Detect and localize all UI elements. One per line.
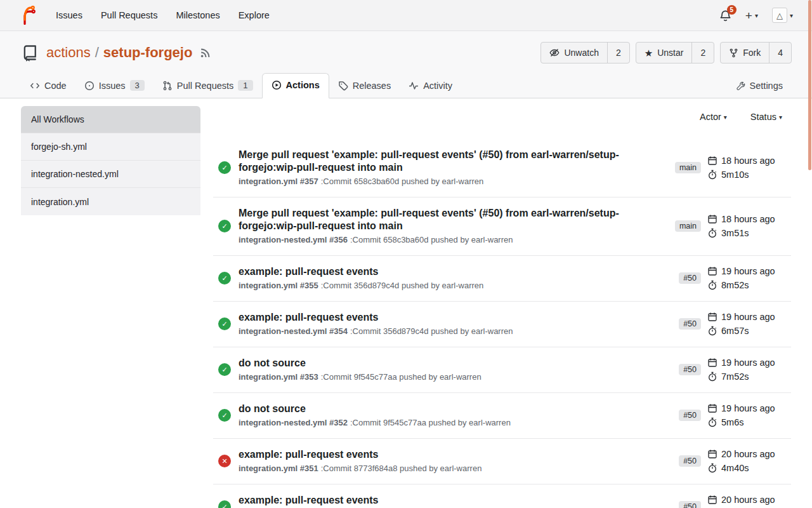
status-failure-icon	[218, 455, 231, 467]
calendar-icon	[707, 449, 717, 459]
run-row: example: pull-request events integration…	[213, 256, 791, 302]
fork-count[interactable]: 4	[769, 43, 791, 63]
tab-issues[interactable]: Issues 3	[75, 74, 154, 98]
pulse-icon	[409, 81, 419, 91]
repo-tabs: Code Issues 3 Pull Requests 1	[0, 72, 812, 98]
run-title-link[interactable]: do not source	[239, 357, 633, 370]
commit-info[interactable]: :Commit 356d879c4d pushed by earl-warren	[350, 326, 513, 336]
actor-filter-dropdown[interactable]: Actor ▾	[700, 112, 727, 122]
run-time: 19 hours ago	[721, 358, 775, 368]
workflows-sidebar: All Workflows forgejo-sh.yml integration…	[21, 106, 200, 508]
commit-info[interactable]: :Commit 658c3ba60d pushed by earl-warren	[321, 177, 484, 186]
pr-badge[interactable]: #50	[679, 318, 701, 330]
forgejo-logo[interactable]	[18, 6, 37, 25]
tab-code[interactable]: Code	[21, 74, 75, 98]
run-row: do not source integration-nested.yml #35…	[213, 393, 791, 439]
calendar-icon	[707, 312, 717, 322]
commit-info[interactable]: :Commit 9f545c77aa pushed by earl-warren	[350, 418, 511, 427]
run-time: 18 hours ago	[721, 214, 775, 224]
run-duration: 4m40s	[721, 463, 749, 473]
sidebar-item-forgejo-sh[interactable]: forgejo-sh.yml	[21, 133, 200, 161]
run-subtitle: integration.yml #355:Commit 356d879c4d p…	[239, 280, 679, 291]
nav-milestones[interactable]: Milestones	[176, 10, 219, 20]
repo-name-link[interactable]: setup-forgejo	[103, 44, 193, 61]
run-title-link[interactable]: Merge pull request 'example: pull-reques…	[239, 149, 633, 174]
pr-badge[interactable]: #50	[679, 455, 701, 467]
chevron-down-icon: ▾	[790, 12, 793, 19]
play-circle-icon	[272, 80, 282, 90]
tab-pull-requests[interactable]: Pull Requests 1	[154, 74, 262, 98]
branch-badge[interactable]: main	[675, 220, 701, 232]
status-success-icon	[218, 272, 231, 284]
rss-icon[interactable]	[200, 48, 211, 58]
stopwatch-icon	[707, 228, 717, 238]
run-title-link[interactable]: example: pull-request events	[239, 494, 633, 507]
tab-releases[interactable]: Releases	[329, 74, 400, 98]
run-duration: 6m57s	[721, 326, 749, 336]
run-row: example: pull-request events integration…	[213, 439, 791, 485]
wrench-icon	[736, 81, 745, 91]
status-success-icon	[218, 318, 231, 330]
run-subtitle: integration-nested.yml #356:Commit 658c3…	[239, 234, 675, 245]
create-new-button[interactable]: + ▾	[745, 10, 758, 22]
run-title-link[interactable]: Merge pull request 'example: pull-reques…	[239, 207, 633, 232]
pr-badge[interactable]: #50	[679, 410, 701, 421]
star-icon: ★	[645, 48, 653, 58]
fork-label: Fork	[743, 48, 761, 58]
run-title-link[interactable]: example: pull-request events	[239, 311, 633, 324]
plus-icon: +	[745, 10, 752, 22]
calendar-icon	[707, 495, 717, 505]
workflow-ref: integration-nested.yml #354	[239, 326, 348, 336]
avatar: △	[772, 8, 787, 23]
scrollbar-thumb[interactable]	[808, 0, 811, 170]
branch-badge[interactable]: main	[675, 162, 701, 173]
tab-activity[interactable]: Activity	[400, 74, 461, 98]
tab-code-label: Code	[44, 81, 67, 91]
run-row: example: pull-request events integration…	[213, 302, 791, 347]
unstar-button[interactable]: ★ Unstar 2	[636, 42, 714, 64]
eye-off-icon	[549, 48, 560, 58]
nav-issues[interactable]: Issues	[56, 10, 82, 20]
commit-info[interactable]: :Commit 8773f684a8 pushed by earl-warren	[321, 464, 482, 473]
sidebar-item-integration-nested[interactable]: integration-nested.yml	[21, 161, 200, 188]
scrollbar[interactable]	[807, 0, 812, 508]
unwatch-button[interactable]: Unwatch 2	[540, 42, 629, 64]
fork-icon	[729, 48, 738, 58]
pr-badge[interactable]: #50	[679, 501, 701, 508]
workflow-ref: integration.yml #357	[239, 177, 318, 186]
calendar-icon	[707, 156, 717, 166]
stopwatch-icon	[707, 417, 717, 427]
fork-button[interactable]: Fork 4	[720, 42, 792, 64]
user-menu-button[interactable]: △ ▾	[772, 8, 793, 23]
tab-settings[interactable]: Settings	[727, 74, 792, 98]
pr-badge[interactable]: #50	[679, 272, 701, 284]
commit-info[interactable]: :Commit 658c3ba60d pushed by earl-warren	[350, 235, 513, 244]
star-count[interactable]: 2	[691, 43, 714, 63]
sidebar-item-integration[interactable]: integration.yml	[21, 188, 200, 215]
calendar-icon	[707, 403, 717, 413]
nav-pull-requests[interactable]: Pull Requests	[101, 10, 157, 20]
run-subtitle: integration.yml #353:Commit 9f545c77aa p…	[239, 371, 679, 382]
commit-info[interactable]: :Commit 9f545c77aa pushed by earl-warren	[321, 372, 481, 382]
notifications-button[interactable]: 5	[719, 10, 731, 22]
run-title-link[interactable]: do not source	[239, 403, 633, 415]
nav-explore[interactable]: Explore	[239, 10, 270, 20]
run-title-link[interactable]: example: pull-request events	[239, 448, 633, 461]
run-subtitle: integration.yml #351:Commit 8773f684a8 p…	[239, 463, 679, 474]
run-time: 19 hours ago	[721, 312, 775, 322]
watch-count[interactable]: 2	[607, 43, 629, 63]
unwatch-label: Unwatch	[564, 48, 598, 58]
workflow-ref: integration.yml #353	[239, 372, 318, 382]
chevron-down-icon: ▾	[724, 114, 727, 121]
repo-owner-link[interactable]: actions	[46, 44, 91, 61]
sidebar-item-all-workflows[interactable]: All Workflows	[21, 106, 200, 133]
repo-action-buttons: Unwatch 2 ★ Unstar 2 Fork	[540, 42, 792, 64]
status-filter-dropdown[interactable]: Status ▾	[750, 112, 782, 122]
run-time: 19 hours ago	[721, 403, 775, 413]
pr-badge[interactable]: #50	[679, 364, 701, 375]
commit-info[interactable]: :Commit 356d879c4d pushed by earl-warren	[321, 281, 484, 290]
run-title-link[interactable]: example: pull-request events	[239, 265, 633, 278]
run-row: example: pull-request events integration…	[213, 485, 791, 508]
run-filters: Actor ▾ Status ▾	[213, 106, 791, 122]
tab-actions[interactable]: Actions	[262, 73, 329, 98]
